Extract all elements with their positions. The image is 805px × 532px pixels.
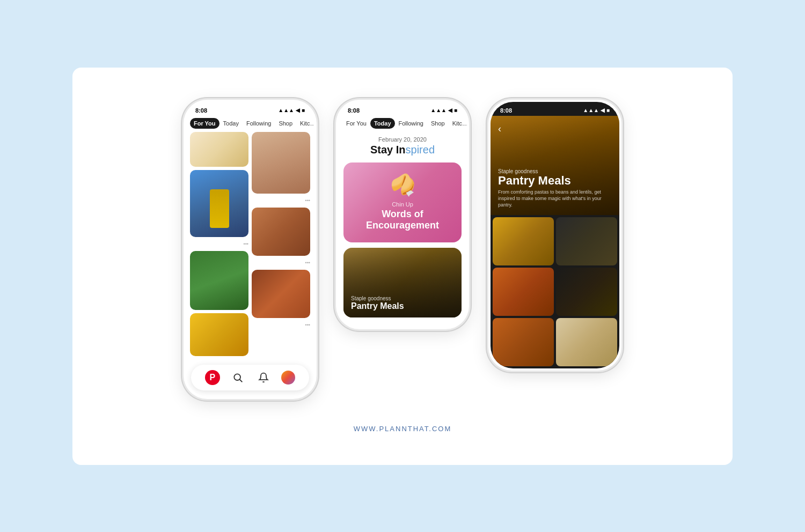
svg-line-1 [240, 379, 243, 382]
fortune-cookie-icon: 🥠 [390, 173, 415, 197]
food-cell-2[interactable] [556, 217, 617, 265]
dots-2[interactable]: ••• [252, 197, 310, 204]
woman-image[interactable] [252, 132, 310, 194]
tab-following-p1[interactable]: Following [243, 118, 275, 129]
pantry-text-overlay: Staple goodness Pantry Meals [351, 295, 404, 311]
phone-1-status-icons: ▲▲▲ ◀ ■ [278, 107, 305, 113]
bell-nav-icon[interactable] [256, 370, 271, 385]
food-cell-6[interactable] [556, 318, 617, 366]
left-column: ••• [190, 132, 248, 356]
user-avatar[interactable] [281, 371, 295, 385]
battery-icon-3: ■ [606, 107, 610, 113]
tab-kitc-p1[interactable]: Kitc… [296, 118, 314, 129]
phone-2-status-icons: ▲▲▲ ◀ ■ [430, 107, 457, 113]
tab-shop-p2[interactable]: Shop [427, 118, 449, 129]
tab-shop-p1[interactable]: Shop [275, 118, 296, 129]
food-cell-4[interactable] [556, 268, 617, 316]
today-header: February 20, 2020 Stay Inspired [343, 132, 462, 162]
svg-point-0 [235, 374, 241, 380]
signal-icon: ▲▲▲ [278, 107, 294, 113]
hero-section: ‹ Staple goodness Pantry Meals From comf… [491, 116, 619, 215]
hero-title: Pantry Meals [498, 174, 612, 187]
phone-3-status-icons: ▲▲▲ ◀ ■ [583, 107, 610, 113]
phone-1-feed: ••• ••• ••• ••• [186, 132, 314, 360]
tab-today-p1[interactable]: Today [219, 118, 243, 129]
dots-4[interactable]: ••• [252, 321, 310, 329]
tab-today-p2[interactable]: Today [370, 118, 395, 129]
food-cell-1[interactable] [493, 217, 554, 265]
signal-icon-2: ▲▲▲ [430, 107, 447, 113]
card2-label: Staple goodness [351, 295, 404, 301]
phone-1-statusbar: 8:08 ▲▲▲ ◀ ■ [186, 102, 314, 116]
card2-title: Pantry Meals [351, 301, 404, 311]
sofa-image[interactable] [190, 132, 248, 167]
card-pantry[interactable]: Staple goodness Pantry Meals [343, 248, 462, 317]
card-encouragement[interactable]: 🥠 Chin Up Words of Encouragement [343, 162, 462, 242]
phone-2-content: February 20, 2020 Stay Inspired 🥠 Chin U… [338, 132, 467, 327]
card1-label: Chin Up [392, 201, 413, 208]
stay-inspired-heading: Stay Inspired [343, 144, 462, 156]
tab-following-p2[interactable]: Following [395, 118, 427, 129]
tab-for-you-p2[interactable]: For You [342, 118, 370, 129]
phone-1-time: 8:08 [195, 107, 207, 114]
wifi-icon: ◀ [296, 107, 300, 113]
phone-2: 8:08 ▲▲▲ ◀ ■ For You Today [336, 100, 469, 329]
search-nav-icon[interactable] [230, 370, 245, 385]
masonry-grid: ••• ••• ••• ••• [190, 132, 310, 356]
phone-3-time: 8:08 [500, 107, 512, 114]
signal-icon-3: ▲▲▲ [583, 107, 599, 113]
phone-2-time: 8:08 [348, 107, 360, 114]
stay-inspired-blue: spired [406, 144, 435, 156]
phone-2-nav[interactable]: For You Today Following Shop Kitc… [338, 116, 467, 132]
phone-3: 8:08 ▲▲▲ ◀ ■ ‹ Staple goodness Pantry [488, 100, 621, 371]
wifi-icon-2: ◀ [448, 107, 452, 113]
card1-title: Words of Encouragement [352, 209, 453, 232]
phone-1-inner: 8:08 ▲▲▲ ◀ ■ For You Today [186, 102, 314, 397]
dots-1[interactable]: ••• [190, 240, 248, 248]
phone-1-nav[interactable]: For You Today Following Shop Kitc… [186, 116, 314, 132]
tacos-image[interactable] [252, 208, 310, 256]
person-yellow-image[interactable] [190, 170, 248, 237]
food-cell-3[interactable] [493, 268, 554, 316]
today-date: February 20, 2020 [343, 136, 462, 143]
yellow-block-image[interactable] [190, 313, 248, 356]
food2-image[interactable] [252, 270, 310, 318]
pinterest-logo-icon[interactable]: P [205, 370, 220, 385]
main-container: 8:08 ▲▲▲ ◀ ■ For You Today [72, 68, 733, 465]
tab-kitc-p2[interactable]: Kitc… [449, 118, 467, 129]
phone-3-inner: 8:08 ▲▲▲ ◀ ■ ‹ Staple goodness Pantry [491, 102, 619, 368]
phone-2-statusbar: 8:08 ▲▲▲ ◀ ■ [338, 102, 467, 116]
phones-row: 8:08 ▲▲▲ ◀ ■ For You Today [184, 100, 621, 399]
wifi-icon-3: ◀ [601, 107, 605, 113]
plant-image[interactable] [190, 251, 248, 310]
battery-icon: ■ [302, 107, 305, 113]
phone-2-inner: 8:08 ▲▲▲ ◀ ■ For You Today [338, 102, 467, 327]
right-column: ••• ••• ••• [252, 132, 310, 356]
phone-1: 8:08 ▲▲▲ ◀ ■ For You Today [184, 100, 317, 399]
hero-desc: From comforting pastas to beans and lent… [498, 189, 612, 208]
pantry-bg-image: Staple goodness Pantry Meals [343, 248, 462, 317]
food-grid [491, 215, 619, 368]
back-button[interactable]: ‹ [498, 123, 501, 135]
food-cell-5[interactable] [493, 318, 554, 366]
stay-inspired-black: Stay In [370, 144, 406, 156]
phone-3-statusbar: 8:08 ▲▲▲ ◀ ■ [491, 102, 619, 116]
tab-for-you[interactable]: For You [190, 118, 219, 129]
battery-icon-2: ■ [454, 107, 457, 113]
dots-3[interactable]: ••• [252, 259, 310, 267]
website-footer: WWW.PLANNTHAT.COM [354, 425, 452, 433]
bottom-nav-bar: P [191, 365, 309, 390]
